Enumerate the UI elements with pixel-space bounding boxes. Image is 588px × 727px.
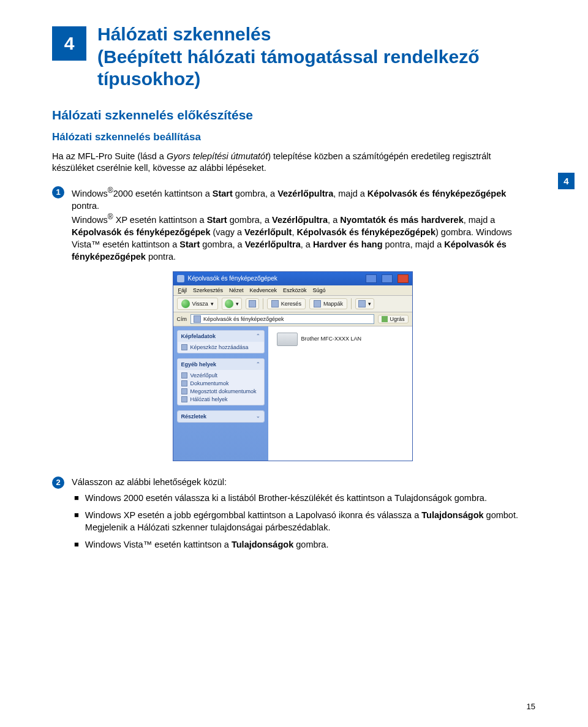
b: Vezérlőpultra (245, 239, 301, 249)
place-link[interactable]: Vezérlőpult (181, 372, 260, 379)
separator (263, 298, 263, 309)
b: Vezérlőpultra (277, 189, 333, 198)
address-input[interactable]: Képolvasók és fényképezőgépek (190, 314, 374, 324)
b: Képolvasók és fényképezőgépek (368, 189, 506, 198)
menu-favorites[interactable]: Kedvencek (250, 287, 277, 293)
bullet-icon: ■ (74, 538, 79, 551)
t: gombra, a (200, 239, 244, 249)
t: gombra, a (233, 189, 277, 198)
link-label: Dokumentumok (190, 380, 229, 386)
task-panel: Képfeladatok⌃ Képeszköz hozzáadása Egyéb… (173, 326, 268, 461)
menu-view[interactable]: Nézet (229, 287, 244, 293)
folders-button[interactable]: Mappák (309, 298, 347, 309)
bullet-item: ■ Windows XP esetén a jobb egérgombbal k… (72, 509, 533, 533)
folder-icon (181, 372, 187, 379)
views-icon (358, 300, 366, 307)
chevron-down-icon: ▾ (368, 301, 371, 307)
forward-button[interactable]: ▾ (222, 298, 242, 310)
go-label: Ugrás (390, 316, 404, 322)
b: Tulajdonságok (421, 510, 483, 520)
collapse-icon[interactable]: ⌃ (256, 333, 260, 339)
t: Windows (72, 189, 108, 198)
panel-head-label: Részletek (181, 413, 207, 420)
menu-file[interactable]: FFájlájl (178, 287, 187, 293)
chevron-down-icon: ▾ (236, 301, 239, 307)
device-icon (181, 344, 187, 350)
bullet-text: Windows Vista™ esetén kattintson a Tulaj… (85, 538, 329, 551)
page-title: Hálózati szkennelés (Beépített hálózati … (97, 23, 533, 91)
go-button[interactable]: Ugrás (378, 315, 408, 323)
title-line-1: Hálózati szkennelés (97, 24, 271, 44)
t: Windows Vista™ esetén kattintson a (85, 540, 232, 549)
window-title: Képolvasók és fényképezőgépek (188, 275, 277, 282)
reg-mark: ® (108, 213, 113, 221)
search-label: Keresés (281, 301, 301, 307)
t: gombra, a (227, 215, 272, 225)
t: , a (301, 239, 313, 249)
chapter-number-badge: 4 (52, 26, 86, 61)
scanner-device[interactable]: Brother MFC-XXXX LAN (277, 333, 362, 346)
link-label: Hálózati helyek (190, 396, 228, 402)
t: , majd a (464, 215, 496, 225)
b: Képolvasók és fényképezőgépek (72, 227, 210, 237)
panel-details: Részletek⌄ (177, 410, 265, 423)
bullet-icon: ■ (74, 492, 79, 504)
place-link[interactable]: Hálózati helyek (181, 396, 260, 402)
panel-other-places: Egyéb helyek⌃ Vezérlőpult Dokumentumok M… (177, 358, 265, 405)
intro-pre: Ha az MFL-Pro Suite (lásd a (52, 151, 167, 161)
b: Hardver és hang (313, 239, 383, 249)
b: Start (179, 239, 200, 249)
step-1-body: Windows®2000 esetén kattintson a Start g… (72, 186, 533, 263)
separator (351, 298, 352, 309)
window-icon (177, 275, 184, 282)
search-button[interactable]: Keresés (267, 298, 306, 309)
views-button[interactable]: ▾ (355, 298, 374, 309)
location-icon (194, 315, 201, 323)
go-icon (382, 316, 388, 322)
bullet-item: ■ Windows 2000 esetén válassza ki a list… (72, 492, 533, 504)
menu-edit[interactable]: Szerkesztés (193, 287, 223, 293)
link-label: Megosztott dokumentumok (190, 388, 257, 394)
folders-label: Mappák (323, 301, 343, 307)
place-link[interactable]: Dokumentumok (181, 380, 260, 386)
t: (vagy a (210, 227, 244, 237)
maximize-button[interactable] (382, 274, 393, 283)
b: Start (213, 189, 233, 198)
collapse-icon[interactable]: ⌃ (256, 361, 260, 367)
section-heading: Hálózati szkennelés előkészítése (52, 108, 533, 122)
b: Tulajdonságok (232, 540, 293, 549)
step-2-lead: Válasszon az alábbi lehetőségek közül: (72, 477, 227, 487)
t: Windows XP esetén a jobb egérgombbal kat… (85, 510, 421, 520)
t: pontra. (72, 201, 99, 211)
t: pontra, majd a (383, 239, 445, 249)
reg-mark: ® (108, 186, 113, 195)
step-1: 1 Windows®2000 esetén kattintson a Start… (52, 186, 533, 263)
address-value: Képolvasók és fényképezőgépek (203, 316, 284, 322)
step-number-1: 1 (52, 186, 64, 198)
menu-tools[interactable]: Eszközök (283, 287, 307, 293)
add-device-link[interactable]: Képeszköz hozzáadása (181, 344, 260, 350)
minimize-button[interactable] (366, 274, 377, 283)
step-number-2: 2 (52, 477, 64, 489)
address-bar: Cím Képolvasók és fényképezőgépek Ugrás (173, 312, 412, 326)
close-button[interactable] (398, 274, 409, 283)
device-label: Brother MFC-XXXX LAN (301, 336, 362, 342)
bullet-text: Windows XP esetén a jobb egérgombbal kat… (85, 509, 518, 533)
up-button[interactable] (246, 298, 259, 309)
address-label: Cím (177, 316, 187, 322)
forward-icon (225, 299, 233, 308)
window-titlebar: Képolvasók és fényképezőgépek (173, 272, 412, 285)
page-number: 15 (527, 702, 535, 711)
t: Megjelenik a Hálózati szkenner tulajdons… (85, 522, 331, 532)
b: Vezérlőpultra (272, 215, 328, 225)
t: gombot. (484, 510, 518, 520)
back-button[interactable]: Vissza▾ (177, 298, 218, 310)
menu-help[interactable]: Súgó (313, 287, 326, 293)
folder-up-icon (249, 300, 256, 307)
place-link[interactable]: Megosztott dokumentumok (181, 388, 260, 394)
intro-italic: Gyors telepítési útmutatót (167, 151, 268, 161)
link-label: Képeszköz hozzáadása (190, 344, 249, 350)
b: Start (207, 215, 227, 225)
t: Windows (72, 215, 108, 225)
expand-icon[interactable]: ⌄ (256, 413, 260, 419)
